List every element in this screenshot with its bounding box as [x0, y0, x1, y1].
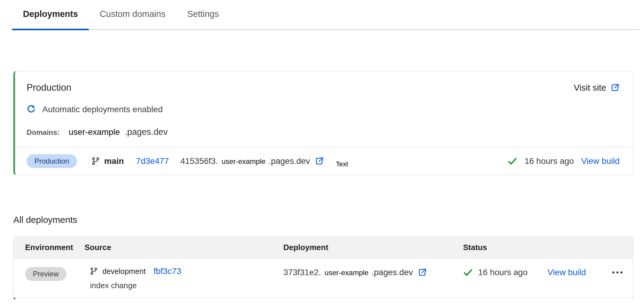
auto-deployments-row: Automatic deployments enabled — [27, 105, 633, 114]
external-link-icon — [610, 83, 620, 92]
production-card-header: Production Visit site — [15, 71, 633, 93]
deployment-url: 415356f3. user-example .pages.dev — [180, 156, 310, 166]
row-menu-button[interactable] — [611, 271, 624, 274]
column-header-source: Source — [85, 243, 283, 252]
row-deployment-url-name: user-example — [325, 269, 369, 277]
ellipsis-icon — [611, 271, 624, 274]
column-header-deployment: Deployment — [283, 243, 463, 252]
row-view-build-link[interactable]: View build — [547, 268, 586, 277]
row-environment-cell: Preview — [25, 266, 85, 290]
pages-project-screen: Deployments Custom domains Settings Prod… — [0, 0, 644, 299]
tab-settings[interactable]: Settings — [176, 0, 230, 29]
visit-site-link[interactable]: Visit site — [574, 83, 620, 93]
view-build-link[interactable]: View build — [581, 156, 620, 166]
all-deployments-heading: All deployments — [13, 215, 644, 225]
git-branch-icon — [90, 267, 98, 275]
row-environment-badge: Preview — [25, 267, 66, 281]
visit-site-label: Visit site — [574, 83, 606, 93]
commit-message: index change — [90, 281, 283, 290]
commit-link[interactable]: 7d3e477 — [136, 156, 169, 166]
next-row-edge — [14, 298, 633, 299]
production-card: Production Visit site Automa — [13, 71, 633, 175]
row-deployment-cell: 373f31e2. user-example .pages.dev — [283, 268, 463, 277]
row-deploy-time: 16 hours ago — [478, 268, 527, 277]
status-check-icon — [507, 156, 517, 166]
production-card-title: Production — [27, 82, 71, 93]
open-deployment-icon[interactable] — [315, 157, 324, 166]
row-deployment-url: 373f31e2. user-example .pages.dev — [283, 268, 413, 277]
tab-custom-domains[interactable]: Custom domains — [89, 0, 176, 29]
domain-name: user-example — [69, 127, 120, 137]
deployment-url-prefix: 415356f3. — [180, 156, 218, 166]
production-deployment-row: Production main 7d3e477 415356f3. user-e… — [15, 148, 633, 175]
row-source-cell: development fbf3c73 index change — [85, 266, 283, 290]
row-deployment-url-suffix: .pages.dev — [372, 268, 413, 277]
note-text: Text — [336, 160, 348, 168]
column-header-environment: Environment — [25, 243, 85, 252]
deployment-status-group: 16 hours ago View build — [507, 156, 620, 166]
table-row: Preview development fbf3c73 — [14, 259, 633, 298]
auto-deployments-text: Automatic deployments enabled — [42, 105, 163, 114]
domain-suffix: .pages.dev — [125, 127, 168, 137]
row-branch-name: development — [102, 267, 146, 276]
deployments-table: Environment Source Deployment Status Pre… — [13, 236, 633, 299]
deployment-url-name: user-example — [222, 157, 266, 166]
branch-name: main — [104, 156, 124, 166]
deployment-url-suffix: .pages.dev — [269, 156, 310, 166]
deploy-time: 16 hours ago — [524, 156, 574, 166]
row-open-deployment-icon[interactable] — [418, 268, 427, 277]
git-branch-icon — [92, 157, 100, 166]
row-commit-link[interactable]: fbf3c73 — [153, 266, 181, 276]
row-status-cell: 16 hours ago View build — [463, 268, 633, 277]
domains-row: Domains: user-example .pages.dev — [27, 127, 633, 137]
environment-badge: Production — [27, 154, 77, 168]
source-branch-group: main — [92, 156, 124, 166]
table-header-row: Environment Source Deployment Status — [14, 237, 633, 259]
tab-bar: Deployments Custom domains Settings — [12, 0, 640, 30]
row-deployment-url-prefix: 373f31e2. — [283, 268, 321, 277]
tab-deployments[interactable]: Deployments — [12, 0, 89, 29]
row-status-check-icon — [463, 268, 473, 277]
domains-label: Domains: — [27, 128, 60, 137]
refresh-icon — [27, 105, 36, 114]
column-header-status: Status — [463, 243, 633, 252]
